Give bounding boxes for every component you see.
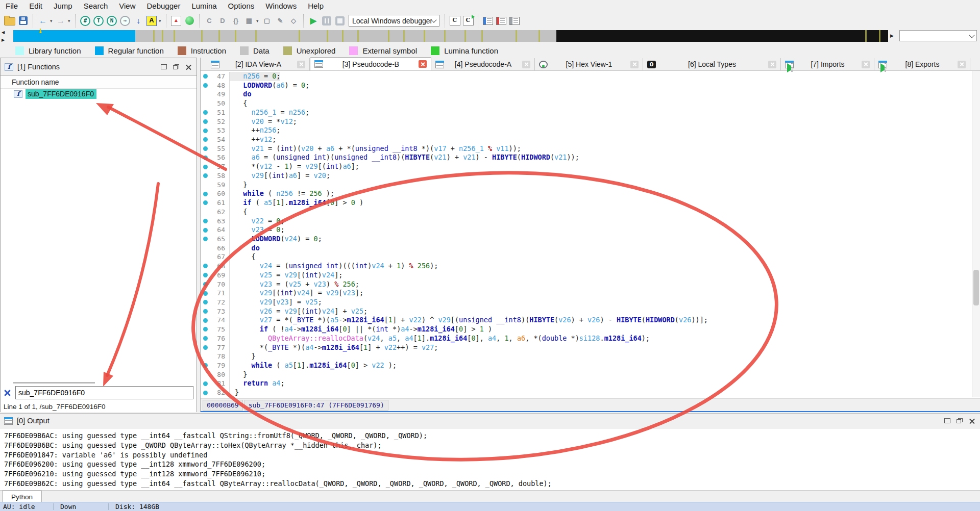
jump-xref-icon[interactable]: → (119, 15, 131, 27)
tab-hex-view-1[interactable]: [5] Hex View-1 (535, 58, 643, 70)
code-line-55[interactable]: 55 v21 = (int)(v20 + a6 + *(unsigned __i… (201, 144, 980, 154)
code-line-58[interactable]: 58 v29[(int)a6] = v20; (201, 171, 980, 181)
breakpoint-dot[interactable] (201, 72, 210, 81)
chevron-down-icon[interactable]: ▾ (256, 18, 260, 23)
breakpoint-dot[interactable] (201, 81, 210, 90)
code-vertical-scrollbar[interactable] (972, 71, 980, 397)
scrollbar-thumb[interactable] (973, 270, 979, 305)
breakpoint-dot[interactable] (201, 189, 210, 198)
code-line-53[interactable]: 53 ++n256; (201, 126, 980, 135)
breakpoint-dot[interactable] (201, 280, 210, 289)
tab-local-types[interactable]: 0[6] Local Types (643, 58, 781, 70)
trace-marker-icon[interactable]: ▲ (170, 15, 182, 27)
code-line-54[interactable]: 54 ++v12; (201, 135, 980, 144)
debug-stop-icon[interactable] (334, 15, 346, 27)
navband-zoom-combobox[interactable] (899, 30, 977, 41)
code-line-57[interactable]: 57 *(v12 - 1) = v29[(int)a6]; (201, 162, 980, 171)
jump-segment-icon[interactable]: N (106, 15, 118, 27)
menu-help[interactable]: Help (302, 0, 329, 12)
code-line-63[interactable]: 63 v22 = 0; (201, 217, 980, 226)
code-line-80[interactable]: 80 } (201, 370, 980, 379)
menu-search[interactable]: Search (78, 0, 114, 12)
code-line-77[interactable]: 77 *(_BYTE *)(a4->m128i_i64[1] + v22++) … (201, 343, 980, 352)
function-filter-input[interactable] (15, 386, 193, 399)
save-icon[interactable] (17, 15, 29, 27)
tab-imports[interactable]: [7] Imports (781, 58, 874, 70)
functions-panel-titlebar[interactable]: f [1] Functions (1, 58, 197, 76)
breakpoint-dot[interactable] (201, 289, 210, 298)
navband-data-segment[interactable] (135, 30, 556, 42)
breakpoint-dot[interactable] (201, 388, 210, 397)
tab-pseudocode-b[interactable]: [3] Pseudocode-B (310, 57, 431, 70)
horizontal-scrollbar[interactable] (13, 382, 95, 384)
menu-edit[interactable]: Edit (23, 0, 48, 12)
select-box-icon[interactable]: ▢ (261, 15, 273, 27)
diamond-icon[interactable]: ◇ (287, 15, 300, 27)
function-list-item[interactable]: fsub_7FF6DE0916F0 (1, 89, 197, 99)
close-button[interactable] (182, 61, 194, 72)
breakpoint-dot[interactable] (201, 117, 210, 126)
code-line-56[interactable]: 56 a6 = (unsigned int)(unsigned __int8)(… (201, 153, 980, 162)
breakpoint-dot[interactable] (201, 307, 210, 316)
code-line-68[interactable]: 68 v24 = (unsigned int)(((int)v24 + 1) %… (201, 262, 980, 271)
breakpoint-dot[interactable] (201, 343, 210, 352)
tab-close-icon[interactable] (768, 61, 776, 68)
code-line-62[interactable]: 62 { (201, 208, 980, 217)
breakpoint-dot[interactable] (201, 298, 210, 307)
tab-close-icon[interactable] (958, 61, 966, 68)
code-line-49[interactable]: 49 do (201, 90, 980, 99)
menu-lumina[interactable]: Lumina (186, 0, 222, 12)
code-line-59[interactable]: 59 } (201, 181, 980, 190)
float-button[interactable] (953, 415, 966, 426)
tab-python[interactable]: Python (2, 491, 42, 503)
pseudocode-view[interactable]: 47 n256 = 0;48 LODWORD(a6) = 0;49 do50 {… (201, 71, 980, 397)
code-line-60[interactable]: 60 while ( n256 != 256 ); (201, 189, 980, 198)
float-button[interactable] (170, 61, 182, 72)
create-struct-icon[interactable]: {} (230, 15, 242, 27)
breakpoint-dot[interactable] (201, 271, 210, 280)
edit-icon[interactable]: ✎ (274, 15, 286, 27)
code-line-72[interactable]: 72 v29[v23] = v25; (201, 298, 980, 307)
code-line-74[interactable]: 74 v27 = *(_BYTE *)(a5->m128i_i64[1] + v… (201, 316, 980, 325)
code-line-69[interactable]: 69 v25 = v29[(int)v24]; (201, 271, 980, 280)
back-icon[interactable]: ← (37, 15, 49, 27)
breakpoint-dot[interactable] (201, 126, 210, 135)
navband-scroll-arrows[interactable]: ◀▶ (2, 30, 10, 43)
code-line-61[interactable]: 61 if ( a5[1].m128i_i64[0] > 0 ) (201, 198, 980, 208)
code-line-73[interactable]: 73 v26 = v29[(int)v24] + v25; (201, 307, 980, 316)
tab-ida-view-a[interactable]: [2] IDA View-A (207, 58, 310, 70)
run-sphere-icon[interactable] (183, 15, 195, 27)
menu-debugger[interactable]: Debugger (141, 0, 186, 12)
chevron-down-icon[interactable]: ▾ (159, 18, 163, 23)
code-line-81[interactable]: 81 return a4; (201, 379, 980, 388)
breakpoint-dot[interactable] (201, 262, 210, 271)
output-window-icon[interactable] (482, 15, 494, 27)
function-name-column-header[interactable]: Function name (1, 76, 197, 89)
menu-options[interactable]: Options (223, 0, 260, 12)
code-line-51[interactable]: 51 n256_1 = n256; (201, 108, 980, 117)
code-line-52[interactable]: 52 v20 = *v12; (201, 117, 980, 126)
breakpoint-dot[interactable] (201, 144, 210, 154)
tab-exports[interactable]: [8] Exports (874, 58, 970, 70)
menu-windows[interactable]: Windows (260, 0, 302, 12)
code-line-82[interactable]: 82} (201, 388, 980, 397)
breakpoint-dot[interactable] (201, 108, 210, 117)
breakpoint-dot[interactable] (201, 162, 210, 171)
code-line-70[interactable]: 70 v23 = (v25 + v23) % 256; (201, 280, 980, 289)
navband-right-arrow-icon[interactable]: ▶ (890, 33, 894, 38)
clear-filter-icon[interactable] (4, 389, 11, 397)
code-line-66[interactable]: 66 do (201, 244, 980, 253)
tab-pseudocode-a[interactable]: [4] Pseudocode-A (431, 58, 535, 70)
breakpoint-dot[interactable] (201, 361, 210, 370)
debugger-combobox[interactable]: Local Windows debugger (349, 15, 439, 27)
breakpoint-dot[interactable] (201, 135, 210, 144)
output-log[interactable]: 7FF6DE09B6AC: using guessed type __int64… (0, 428, 980, 490)
breakpoint-dot[interactable] (201, 198, 210, 208)
open-file-icon[interactable] (4, 15, 16, 27)
breakpoint-dot[interactable] (201, 153, 210, 162)
debug-pause-icon[interactable] (321, 15, 333, 27)
code-line-76[interactable]: 76 QByteArray::reallocData(v24, a5, a4[1… (201, 334, 980, 343)
breakpoint-dot[interactable] (201, 325, 210, 334)
threads-window-icon[interactable] (508, 15, 521, 27)
close-button[interactable] (966, 415, 978, 426)
